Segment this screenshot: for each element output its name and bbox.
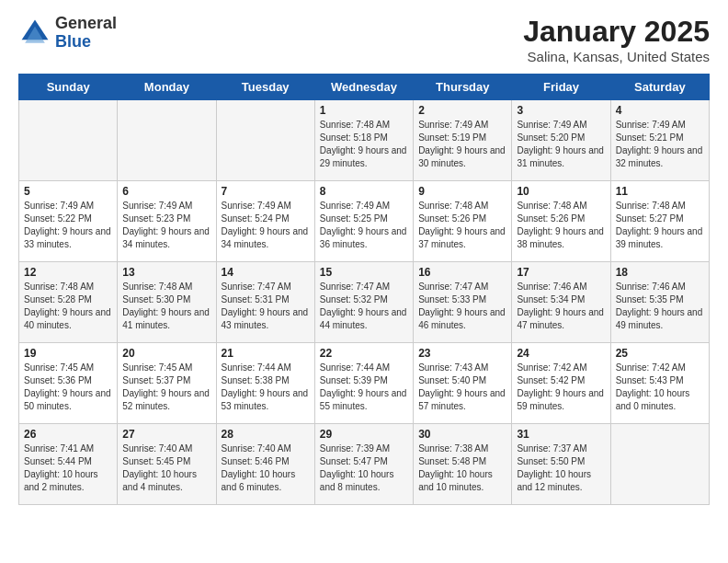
calendar-cell — [216, 100, 314, 181]
day-info: Sunrise: 7:49 AM Sunset: 5:21 PM Dayligh… — [616, 119, 704, 170]
calendar-cell: 16Sunrise: 7:47 AM Sunset: 5:33 PM Dayli… — [414, 262, 512, 343]
logo-text: General Blue — [55, 15, 117, 52]
day-number: 26 — [24, 428, 112, 441]
calendar-cell — [118, 100, 216, 181]
day-info: Sunrise: 7:49 AM Sunset: 5:19 PM Dayligh… — [418, 119, 506, 170]
day-info: Sunrise: 7:49 AM Sunset: 5:20 PM Dayligh… — [517, 119, 605, 170]
day-info: Sunrise: 7:48 AM Sunset: 5:27 PM Dayligh… — [616, 200, 704, 251]
calendar-cell: 21Sunrise: 7:44 AM Sunset: 5:38 PM Dayli… — [216, 343, 314, 424]
day-info: Sunrise: 7:49 AM Sunset: 5:23 PM Dayligh… — [122, 200, 210, 251]
day-info: Sunrise: 7:47 AM Sunset: 5:31 PM Dayligh… — [222, 281, 310, 332]
calendar-cell: 31Sunrise: 7:37 AM Sunset: 5:50 PM Dayli… — [512, 424, 610, 505]
day-number: 16 — [418, 266, 506, 279]
calendar-cell — [19, 100, 118, 181]
subtitle: Salina, Kansas, United States — [523, 49, 710, 64]
calendar-cell: 2Sunrise: 7:49 AM Sunset: 5:19 PM Daylig… — [414, 100, 512, 181]
calendar-cell — [610, 424, 709, 505]
day-info: Sunrise: 7:46 AM Sunset: 5:34 PM Dayligh… — [517, 281, 605, 332]
main-title: January 2025 — [523, 15, 710, 49]
calendar-week-row: 5Sunrise: 7:49 AM Sunset: 5:22 PM Daylig… — [19, 181, 710, 262]
day-number: 13 — [122, 266, 210, 279]
calendar-cell: 27Sunrise: 7:40 AM Sunset: 5:45 PM Dayli… — [118, 424, 216, 505]
logo-blue-text: Blue — [55, 33, 117, 52]
day-info: Sunrise: 7:38 AM Sunset: 5:48 PM Dayligh… — [418, 442, 506, 494]
day-info: Sunrise: 7:49 AM Sunset: 5:22 PM Dayligh… — [24, 200, 112, 251]
day-info: Sunrise: 7:49 AM Sunset: 5:25 PM Dayligh… — [320, 200, 408, 251]
calendar-cell: 26Sunrise: 7:41 AM Sunset: 5:44 PM Dayli… — [19, 424, 118, 505]
calendar-cell: 17Sunrise: 7:46 AM Sunset: 5:34 PM Dayli… — [512, 262, 610, 343]
logo-general-text: General — [55, 15, 117, 33]
day-info: Sunrise: 7:48 AM Sunset: 5:28 PM Dayligh… — [24, 281, 112, 332]
logo-icon — [18, 17, 51, 50]
calendar-cell: 12Sunrise: 7:48 AM Sunset: 5:28 PM Dayli… — [19, 262, 118, 343]
page-header: General Blue January 2025 Salina, Kansas… — [18, 15, 710, 64]
day-info: Sunrise: 7:37 AM Sunset: 5:50 PM Dayligh… — [517, 442, 605, 494]
day-number: 4 — [616, 104, 704, 117]
calendar-cell: 8Sunrise: 7:49 AM Sunset: 5:25 PM Daylig… — [314, 181, 413, 262]
weekday-header-sunday: Sunday — [19, 75, 118, 100]
day-number: 10 — [517, 185, 605, 198]
calendar-cell: 22Sunrise: 7:44 AM Sunset: 5:39 PM Dayli… — [314, 343, 413, 424]
calendar-cell: 25Sunrise: 7:42 AM Sunset: 5:43 PM Dayli… — [610, 343, 709, 424]
day-number: 28 — [222, 428, 310, 441]
day-info: Sunrise: 7:45 AM Sunset: 5:36 PM Dayligh… — [24, 362, 112, 413]
day-info: Sunrise: 7:44 AM Sunset: 5:39 PM Dayligh… — [320, 362, 408, 413]
weekday-header-row: SundayMondayTuesdayWednesdayThursdayFrid… — [19, 75, 710, 100]
day-info: Sunrise: 7:40 AM Sunset: 5:46 PM Dayligh… — [222, 442, 310, 494]
day-info: Sunrise: 7:46 AM Sunset: 5:35 PM Dayligh… — [616, 281, 704, 332]
day-number: 1 — [320, 104, 408, 117]
weekday-header-wednesday: Wednesday — [314, 75, 413, 100]
day-number: 8 — [320, 185, 408, 198]
day-info: Sunrise: 7:47 AM Sunset: 5:33 PM Dayligh… — [418, 281, 506, 332]
day-info: Sunrise: 7:43 AM Sunset: 5:40 PM Dayligh… — [418, 362, 506, 413]
day-number: 5 — [24, 185, 112, 198]
day-number: 25 — [616, 347, 704, 360]
day-number: 18 — [616, 266, 704, 279]
day-number: 22 — [320, 347, 408, 360]
calendar-cell: 9Sunrise: 7:48 AM Sunset: 5:26 PM Daylig… — [414, 181, 512, 262]
calendar-cell: 18Sunrise: 7:46 AM Sunset: 5:35 PM Dayli… — [610, 262, 709, 343]
calendar-cell: 19Sunrise: 7:45 AM Sunset: 5:36 PM Dayli… — [19, 343, 118, 424]
day-number: 27 — [122, 428, 210, 441]
calendar-cell: 10Sunrise: 7:48 AM Sunset: 5:26 PM Dayli… — [512, 181, 610, 262]
calendar-cell: 14Sunrise: 7:47 AM Sunset: 5:31 PM Dayli… — [216, 262, 314, 343]
day-info: Sunrise: 7:42 AM Sunset: 5:42 PM Dayligh… — [517, 362, 605, 413]
day-number: 9 — [418, 185, 506, 198]
day-number: 20 — [122, 347, 210, 360]
calendar-cell: 29Sunrise: 7:39 AM Sunset: 5:47 PM Dayli… — [314, 424, 413, 505]
weekday-header-tuesday: Tuesday — [216, 75, 314, 100]
day-number: 3 — [517, 104, 605, 117]
logo: General Blue — [18, 15, 117, 52]
day-number: 11 — [616, 185, 704, 198]
weekday-header-thursday: Thursday — [414, 75, 512, 100]
day-number: 29 — [320, 428, 408, 441]
calendar-cell: 30Sunrise: 7:38 AM Sunset: 5:48 PM Dayli… — [414, 424, 512, 505]
day-number: 21 — [222, 347, 310, 360]
calendar-week-row: 1Sunrise: 7:48 AM Sunset: 5:18 PM Daylig… — [19, 100, 710, 181]
day-info: Sunrise: 7:48 AM Sunset: 5:18 PM Dayligh… — [320, 119, 408, 170]
day-number: 19 — [24, 347, 112, 360]
calendar-cell: 6Sunrise: 7:49 AM Sunset: 5:23 PM Daylig… — [118, 181, 216, 262]
calendar-cell: 11Sunrise: 7:48 AM Sunset: 5:27 PM Dayli… — [610, 181, 709, 262]
day-number: 12 — [24, 266, 112, 279]
day-info: Sunrise: 7:47 AM Sunset: 5:32 PM Dayligh… — [320, 281, 408, 332]
calendar-cell: 15Sunrise: 7:47 AM Sunset: 5:32 PM Dayli… — [314, 262, 413, 343]
day-info: Sunrise: 7:40 AM Sunset: 5:45 PM Dayligh… — [122, 442, 210, 494]
calendar-cell: 1Sunrise: 7:48 AM Sunset: 5:18 PM Daylig… — [314, 100, 413, 181]
day-info: Sunrise: 7:48 AM Sunset: 5:26 PM Dayligh… — [418, 200, 506, 251]
day-number: 6 — [122, 185, 210, 198]
day-number: 15 — [320, 266, 408, 279]
day-number: 23 — [418, 347, 506, 360]
day-info: Sunrise: 7:39 AM Sunset: 5:47 PM Dayligh… — [320, 442, 408, 494]
calendar-week-row: 19Sunrise: 7:45 AM Sunset: 5:36 PM Dayli… — [19, 343, 710, 424]
title-block: January 2025 Salina, Kansas, United Stat… — [523, 15, 710, 64]
day-info: Sunrise: 7:44 AM Sunset: 5:38 PM Dayligh… — [222, 362, 310, 413]
day-number: 31 — [517, 428, 605, 441]
day-number: 14 — [222, 266, 310, 279]
calendar-cell: 3Sunrise: 7:49 AM Sunset: 5:20 PM Daylig… — [512, 100, 610, 181]
weekday-header-monday: Monday — [118, 75, 216, 100]
calendar-cell: 23Sunrise: 7:43 AM Sunset: 5:40 PM Dayli… — [414, 343, 512, 424]
calendar-cell: 7Sunrise: 7:49 AM Sunset: 5:24 PM Daylig… — [216, 181, 314, 262]
calendar-cell: 28Sunrise: 7:40 AM Sunset: 5:46 PM Dayli… — [216, 424, 314, 505]
calendar-week-row: 12Sunrise: 7:48 AM Sunset: 5:28 PM Dayli… — [19, 262, 710, 343]
